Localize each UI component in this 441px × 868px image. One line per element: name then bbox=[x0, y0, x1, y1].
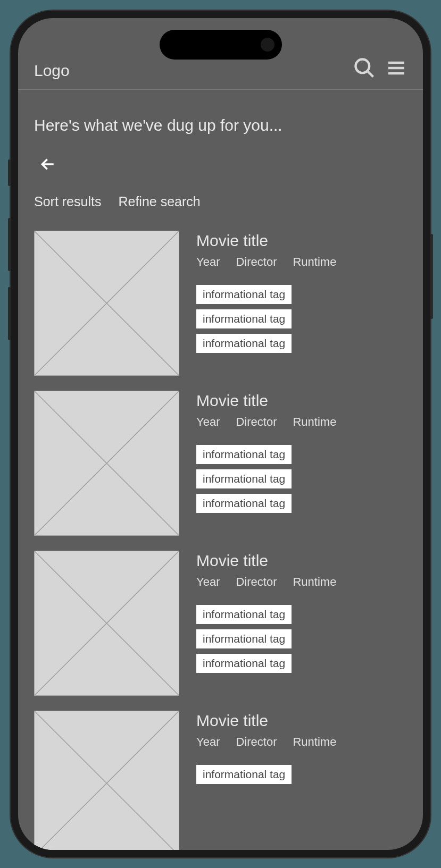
result-item[interactable]: Movie titleYearDirectorRuntimeinformatio… bbox=[34, 231, 407, 376]
phone-side-button bbox=[8, 287, 11, 340]
meta-director: Director bbox=[236, 415, 277, 429]
movie-poster-placeholder[interactable] bbox=[34, 551, 179, 696]
movie-title: Movie title bbox=[196, 552, 407, 570]
tag-list: informational taginformational taginform… bbox=[196, 445, 407, 513]
logo[interactable]: Logo bbox=[34, 62, 70, 80]
movie-poster-placeholder[interactable] bbox=[34, 391, 179, 536]
meta-director: Director bbox=[236, 575, 277, 589]
info-tag[interactable]: informational tag bbox=[196, 494, 292, 513]
back-button[interactable] bbox=[39, 156, 56, 173]
info-tag[interactable]: informational tag bbox=[196, 445, 292, 464]
result-item[interactable]: Movie titleYearDirectorRuntimeinformatio… bbox=[34, 711, 407, 850]
meta-runtime: Runtime bbox=[293, 415, 336, 429]
svg-point-0 bbox=[356, 60, 370, 73]
meta-year: Year bbox=[196, 255, 220, 269]
phone-side-button bbox=[8, 218, 11, 271]
meta-runtime: Runtime bbox=[293, 575, 336, 589]
page-heading: Here's what we've dug up for you... bbox=[34, 116, 407, 134]
svg-line-1 bbox=[368, 71, 373, 77]
phone-screen: Logo Here's what we've d bbox=[18, 18, 423, 850]
filter-row: Sort results Refine search bbox=[34, 194, 407, 209]
movie-title: Movie title bbox=[196, 392, 407, 410]
info-tag[interactable]: informational tag bbox=[196, 765, 292, 784]
tag-list: informational taginformational taginform… bbox=[196, 605, 407, 673]
info-tag[interactable]: informational tag bbox=[196, 334, 292, 353]
results-list: Movie titleYearDirectorRuntimeinformatio… bbox=[34, 231, 407, 850]
info-tag[interactable]: informational tag bbox=[196, 654, 292, 673]
result-info: Movie titleYearDirectorRuntimeinformatio… bbox=[196, 711, 407, 850]
tag-list: informational taginformational taginform… bbox=[196, 285, 407, 353]
phone-camera bbox=[261, 38, 274, 52]
result-info: Movie titleYearDirectorRuntimeinformatio… bbox=[196, 551, 407, 696]
meta-runtime: Runtime bbox=[293, 735, 336, 749]
result-info: Movie titleYearDirectorRuntimeinformatio… bbox=[196, 391, 407, 536]
info-tag[interactable]: informational tag bbox=[196, 629, 292, 648]
movie-poster-placeholder[interactable] bbox=[34, 231, 179, 376]
tag-list: informational tag bbox=[196, 765, 407, 784]
phone-notch bbox=[160, 30, 282, 60]
top-icons bbox=[353, 56, 407, 80]
meta-year: Year bbox=[196, 735, 220, 749]
meta-row: YearDirectorRuntime bbox=[196, 735, 407, 749]
info-tag[interactable]: informational tag bbox=[196, 605, 292, 624]
svg-rect-15 bbox=[34, 711, 179, 850]
movie-poster-placeholder[interactable] bbox=[34, 711, 179, 850]
meta-row: YearDirectorRuntime bbox=[196, 415, 407, 429]
meta-year: Year bbox=[196, 415, 220, 429]
info-tag[interactable]: informational tag bbox=[196, 469, 292, 488]
content-area: Here's what we've dug up for you... Sort… bbox=[18, 90, 423, 850]
menu-icon[interactable] bbox=[386, 57, 407, 79]
info-tag[interactable]: informational tag bbox=[196, 309, 292, 328]
phone-frame: Logo Here's what we've d bbox=[11, 11, 430, 857]
meta-row: YearDirectorRuntime bbox=[196, 255, 407, 269]
phone-side-button bbox=[8, 159, 11, 186]
meta-director: Director bbox=[236, 255, 277, 269]
meta-director: Director bbox=[236, 735, 277, 749]
info-tag[interactable]: informational tag bbox=[196, 285, 292, 304]
phone-side-button bbox=[430, 234, 433, 319]
result-item[interactable]: Movie titleYearDirectorRuntimeinformatio… bbox=[34, 551, 407, 696]
result-info: Movie titleYearDirectorRuntimeinformatio… bbox=[196, 231, 407, 376]
search-icon[interactable] bbox=[353, 56, 376, 80]
movie-title: Movie title bbox=[196, 712, 407, 730]
meta-row: YearDirectorRuntime bbox=[196, 575, 407, 589]
meta-year: Year bbox=[196, 575, 220, 589]
refine-search-link[interactable]: Refine search bbox=[118, 194, 200, 209]
movie-title: Movie title bbox=[196, 232, 407, 250]
meta-runtime: Runtime bbox=[293, 255, 336, 269]
sort-results-link[interactable]: Sort results bbox=[34, 194, 101, 209]
result-item[interactable]: Movie titleYearDirectorRuntimeinformatio… bbox=[34, 391, 407, 536]
